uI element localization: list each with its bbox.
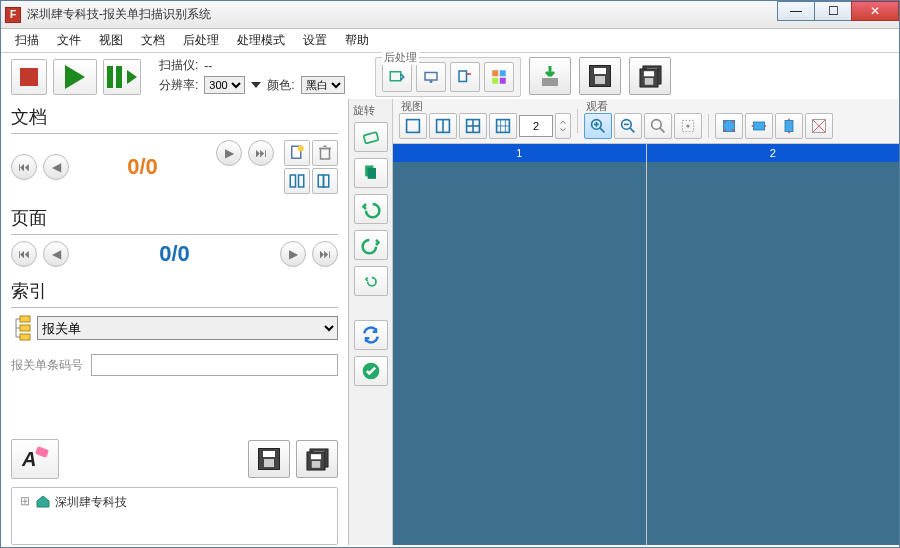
page-column-2[interactable]: 2 (647, 144, 900, 545)
save-all-button[interactable] (629, 57, 671, 95)
svg-line-39 (630, 128, 635, 133)
svg-rect-8 (542, 78, 558, 86)
doc-delete-button[interactable] (312, 140, 338, 166)
rotate-docs-button[interactable] (354, 158, 388, 188)
rotate-label: 旋转 (353, 103, 375, 118)
postproc-btn-2[interactable] (416, 62, 446, 92)
save-button[interactable] (579, 57, 621, 95)
page-first-button[interactable]: ⏮ (11, 241, 37, 267)
fit-height-button[interactable] (775, 113, 803, 139)
menu-scan[interactable]: 扫描 (15, 32, 39, 49)
confirm-button[interactable] (354, 356, 388, 386)
menu-procmode[interactable]: 处理模式 (237, 32, 285, 49)
doc-next-button[interactable]: ▶ (216, 140, 242, 166)
layout-8-button[interactable] (489, 113, 517, 139)
page-next-button[interactable]: ▶ (280, 241, 306, 267)
menu-view[interactable]: 视图 (99, 32, 123, 49)
svg-point-10 (298, 146, 304, 152)
import-button[interactable] (529, 57, 571, 95)
postproc-btn-1[interactable] (382, 62, 412, 92)
menu-file[interactable]: 文件 (57, 32, 81, 49)
doc-new-button[interactable] (284, 140, 310, 166)
zoom-out-button[interactable] (614, 113, 642, 139)
postproc-group: 后处理 (375, 57, 521, 97)
rotate-toolbar: 旋转 (349, 99, 393, 545)
tree-panel[interactable]: ⊞ 深圳肆专科技 (11, 487, 338, 545)
index-tree-icon (11, 314, 33, 342)
menu-help[interactable]: 帮助 (345, 32, 369, 49)
menu-doc[interactable]: 文档 (141, 32, 165, 49)
doc-last-button[interactable]: ⏭ (248, 140, 274, 166)
page-prev-button[interactable]: ◀ (43, 241, 69, 267)
titlebar: F 深圳肆专科技-报关单扫描识别系统 — ☐ ✕ (1, 1, 899, 29)
doc-prev-button[interactable]: ◀ (43, 154, 69, 180)
maximize-button[interactable]: ☐ (814, 1, 852, 21)
svg-rect-3 (459, 71, 467, 82)
top-toolbar: 扫描仪: -- 分辨率: 300 颜色: 黑白 后处理 (1, 53, 899, 99)
svg-rect-24 (407, 120, 420, 133)
svg-rect-6 (492, 78, 498, 84)
refresh-button[interactable] (354, 320, 388, 350)
resolution-label: 分辨率: (159, 77, 198, 94)
actual-size-button[interactable] (805, 113, 833, 139)
fit-window-button[interactable] (715, 113, 743, 139)
layout-count-input[interactable] (519, 115, 553, 137)
svg-point-2 (429, 80, 432, 83)
menu-postproc[interactable]: 后处理 (183, 32, 219, 49)
app-icon: F (5, 7, 21, 23)
page-last-button[interactable]: ⏭ (312, 241, 338, 267)
view-group-label: 视图 (401, 99, 423, 114)
viewer-panel: 视图 观看 (393, 99, 899, 545)
layout-2-button[interactable] (429, 113, 457, 139)
pause-continue-button[interactable] (103, 59, 141, 95)
stop-button[interactable] (11, 59, 47, 95)
svg-rect-16 (20, 325, 30, 331)
scanner-value: -- (204, 59, 212, 73)
svg-line-35 (600, 128, 605, 133)
page-section-title: 页面 (11, 204, 338, 235)
erase-button[interactable]: A (11, 439, 59, 479)
postproc-btn-3[interactable] (450, 62, 480, 92)
svg-rect-47 (785, 120, 793, 131)
viewer-pages: 1 2 (393, 144, 899, 545)
fit-selection-button[interactable] (674, 113, 702, 139)
svg-rect-12 (299, 175, 304, 187)
minimize-button[interactable]: — (777, 1, 815, 21)
page-body-2[interactable] (647, 162, 900, 545)
left-save-button[interactable] (248, 440, 290, 478)
layout-1-button[interactable] (399, 113, 427, 139)
page-body-1[interactable] (393, 162, 646, 545)
svg-rect-0 (390, 72, 401, 81)
left-panel: 文档 ⏮ ◀ 0/0 ▶ ⏭ (1, 99, 349, 545)
rotate-auto-button[interactable] (354, 122, 388, 152)
fit-width-button[interactable] (745, 113, 773, 139)
color-select[interactable]: 黑白 (301, 76, 345, 94)
resolution-select[interactable]: 300 (204, 76, 245, 94)
postproc-btn-4[interactable] (484, 62, 514, 92)
undo-button[interactable] (354, 194, 388, 224)
left-save-all-button[interactable] (296, 440, 338, 478)
tree-root-label[interactable]: 深圳肆专科技 (55, 494, 127, 511)
save-icon (589, 65, 611, 87)
zoom-region-button[interactable] (644, 113, 672, 139)
page-column-1[interactable]: 1 (393, 144, 647, 545)
close-button[interactable]: ✕ (851, 1, 899, 21)
tree-expand-icon[interactable]: ⊞ (20, 494, 31, 508)
menu-settings[interactable]: 设置 (303, 32, 327, 49)
svg-rect-7 (499, 78, 505, 84)
undo-small-button[interactable] (354, 266, 388, 296)
dropdown-icon (251, 82, 261, 88)
redo-button[interactable] (354, 230, 388, 260)
barcode-input[interactable] (91, 354, 338, 376)
doc-split-button[interactable] (284, 168, 310, 194)
window-title: 深圳肆专科技-报关单扫描识别系统 (27, 6, 211, 23)
zoom-in-button[interactable] (584, 113, 612, 139)
page-counter: 0/0 (159, 241, 190, 267)
layout-spinner[interactable] (555, 113, 571, 139)
svg-rect-13 (318, 175, 323, 187)
doc-first-button[interactable]: ⏮ (11, 154, 37, 180)
doc-merge-button[interactable] (312, 168, 338, 194)
index-select[interactable]: 报关单 (37, 316, 338, 340)
layout-4-button[interactable] (459, 113, 487, 139)
scan-button[interactable] (53, 59, 97, 95)
